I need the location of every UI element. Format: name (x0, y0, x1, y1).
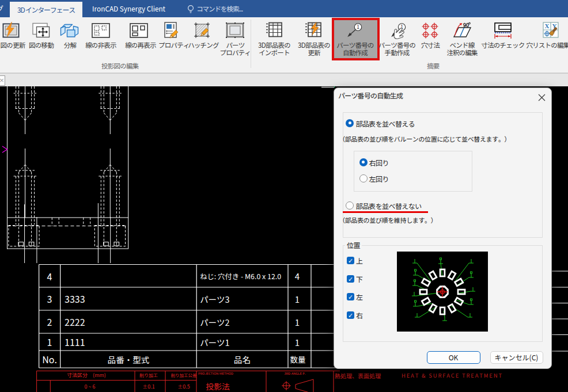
svg-text:X: X (545, 22, 550, 30)
svg-text:パーツ2: パーツ2 (200, 316, 230, 328)
svg-text:±0.1: ±0.1 (142, 383, 155, 390)
svg-text:±0.5: ±0.5 (177, 383, 190, 390)
svg-text:3: 3 (47, 292, 52, 306)
svg-text:4: 4 (295, 270, 300, 282)
svg-text:PROJECTION METHOD: PROJECTION METHOD (198, 371, 233, 376)
svg-text:0 ~ 6: 0 ~ 6 (84, 383, 95, 390)
svg-text:1: 1 (357, 23, 359, 31)
svg-text:90: 90 (463, 22, 469, 29)
svg-text:品番・型式: 品番・型式 (108, 353, 150, 366)
svg-text:1: 1 (295, 336, 300, 348)
svg-text:1111: 1111 (65, 335, 85, 349)
svg-text:パーツ1: パーツ1 (200, 336, 230, 348)
svg-text:数量: 数量 (290, 353, 306, 365)
svg-text:投影法: 投影法 (206, 380, 230, 392)
svg-text:1: 1 (295, 293, 300, 305)
svg-text:3RD ANGLE P.: 3RD ANGLE P. (284, 371, 305, 376)
svg-text:削り加工: 削り加工 (139, 372, 158, 378)
svg-text:3333: 3333 (65, 292, 85, 306)
svg-text:1: 1 (47, 335, 52, 349)
svg-text:パーツ3: パーツ3 (200, 293, 230, 305)
svg-text:削り加工公差: 削り加工公差 (171, 372, 197, 378)
svg-text:1: 1 (295, 316, 300, 328)
svg-text:熱処理、表面処理: 熱処理、表面処理 (335, 371, 381, 380)
svg-text:2: 2 (47, 315, 52, 329)
svg-text:ねじ: 穴付き - M6.0 x 12.0: ねじ: 穴付き - M6.0 x 12.0 (200, 271, 281, 281)
svg-text:No.: No. (42, 352, 57, 366)
svg-text:4: 4 (47, 269, 52, 283)
svg-text:HEAT & SURFACE TREATMENT: HEAT & SURFACE TREATMENT (402, 371, 503, 379)
svg-text:2222: 2222 (65, 315, 85, 329)
svg-text:寸法区分 (mm): 寸法区分 (mm) (67, 371, 106, 379)
svg-text:品名: 品名 (234, 353, 251, 366)
